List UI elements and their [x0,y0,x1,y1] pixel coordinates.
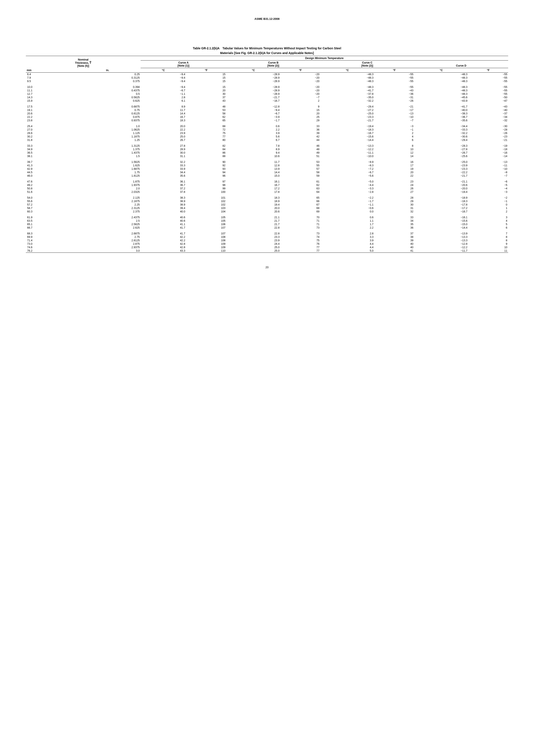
cell: 71.4 [26,239,75,242]
cell: 41 [374,249,414,253]
cell: −14 [468,154,508,158]
cell: 26.7 [140,138,186,142]
cell: −23 [468,135,508,138]
cell: 57.2 [26,203,75,206]
cell: 42.2 [140,235,186,239]
table-row: 31.81.2526.7806.744−14.46−29.4−21 [26,138,508,142]
cell: −16.1 [414,213,468,219]
cell: 29 [374,200,414,203]
cell: 2.875 [75,242,140,246]
cell: −27.8 [414,148,468,151]
cell: 0.8125 [75,112,140,115]
cell: −16.7 [414,210,468,213]
cell: 97 [186,177,226,183]
hdr-curve-b: Curve B [268,61,278,64]
cell: −15.6 [320,135,374,138]
cell: 16.7 [140,115,186,119]
cell: 75 [186,131,226,135]
cell: −1.1 [140,92,186,96]
cell: 26 [374,187,414,190]
hdr-in: in. [75,68,140,73]
cell: 15 [280,108,320,112]
cell: 65 [186,119,226,122]
cell: 39.4 [140,206,186,210]
cell: −45.6 [414,96,468,99]
cell: −17.8 [414,203,468,206]
cell: 33 [280,122,320,128]
cell: 73.0 [26,242,75,246]
table-row: 57.22.2538.910219.467−1.130−17.80 [26,203,508,206]
cell: −13.3 [414,235,468,239]
cell: 5 [468,223,508,226]
cell: 0.375 [75,79,140,83]
cell: −35.0 [320,96,374,99]
cell: 41.7 [140,230,186,235]
cell: 102 [186,200,226,203]
cell: −16 [468,151,508,154]
cell: −48.3 [320,79,374,83]
cell: −37 [468,112,508,115]
table-row: 50.82.037.29917.263−3.326−20.0−4 [26,187,508,190]
cell: 0.9375 [75,119,140,122]
cell: 20.0 [140,122,186,128]
cell: 7.8 [226,142,280,148]
cell: 2.5 [75,219,140,223]
cell: 30 [186,92,226,96]
cell: −2.8 [320,190,374,194]
cell: 73 [280,230,320,235]
cell: 16 [374,158,414,164]
cell: −20.6 [414,183,468,187]
table-row: 15.90.6256.143−16.72−32.2−26−43.9−47 [26,99,508,102]
cell: 1.125 [75,131,140,135]
hdr-b-f: °F [280,68,320,73]
table-row: 23.80.937518.365−1.729−21.7−7−35.6−32 [26,119,508,122]
cell: −11 [468,164,508,167]
cell: 69 [280,210,320,213]
table-row: 11.10.4375−6.720−28.9−20−41.7−43−48.3−55 [26,89,508,92]
cell: 1.4375 [75,151,140,154]
cell: −28.9 [226,79,280,83]
cell: −55 [374,83,414,89]
cell: 12.7 [26,92,75,96]
cell: 108 [186,235,226,239]
cell: −1.1 [320,203,374,206]
cell: −27.2 [320,108,374,112]
cell: 25 [280,115,320,119]
table-body: 6.40.25−9.415−28.9−20−48.3−55−48.3−557.9… [26,73,508,253]
table-title-line1: Table GR-2.1.2(b)A Tabular Values for Mi… [26,46,508,50]
cell: −20 [280,76,320,79]
cell: −9.4 [140,73,186,76]
cell: 9.5 [26,79,75,83]
cell: 37 [186,96,226,99]
cell: −10 [468,167,508,171]
cell: 41.1 [140,223,186,226]
cell: 14.4 [140,112,186,115]
cell: 66.7 [26,226,75,230]
cell: −6.7 [140,89,186,92]
cell: 6 [468,226,508,230]
cell: 109 [186,246,226,249]
cell: 2.1875 [75,200,140,203]
cell: −15.0 [414,223,468,226]
cell: 59 [280,174,320,177]
page-number: 20 [26,266,508,269]
cell: 2.2 [226,128,280,131]
cell: 39.7 [26,158,75,164]
cell: 72 [186,128,226,131]
cell: 20.6 [226,210,280,213]
table-row: 76.23.043.311025.0775.041−11.711 [26,249,508,253]
cell: 55 [280,164,320,167]
cell: 15.9 [26,99,75,102]
cell: 80 [186,138,226,142]
cell: 4 [374,135,414,138]
cell: 31.1 [140,154,186,158]
cell: 65.1 [26,223,75,226]
cell: 100 [186,190,226,194]
cell: 66 [280,200,320,203]
cell: −26 [374,99,414,102]
cell: 2.25 [75,203,140,206]
cell: 35 [374,223,414,226]
cell: 11.7 [140,108,186,112]
cell: 22.2 [140,128,186,131]
cell: 42.9 [26,167,75,171]
